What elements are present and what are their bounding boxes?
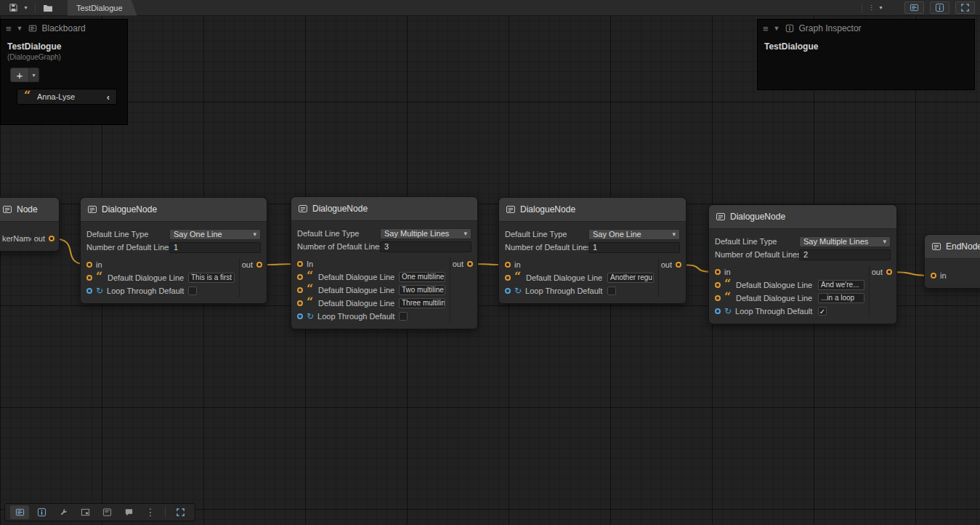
node-title-bar[interactable]: DialogueNode <box>81 198 267 222</box>
output-port-icon[interactable] <box>256 262 262 268</box>
port-loop-through-default-lines[interactable]: ↻Loop Through Default Lines? <box>499 284 658 297</box>
output-port-icon[interactable] <box>886 269 892 275</box>
port-out[interactable]: out <box>450 257 477 270</box>
node-title-bar[interactable]: EndNode <box>925 235 980 259</box>
port-checkbox[interactable]: ✓ <box>818 307 827 316</box>
port-circle-icon[interactable] <box>715 295 721 301</box>
input-port-icon[interactable] <box>86 262 92 268</box>
tools-button[interactable] <box>54 505 73 519</box>
port-kername[interactable]: kerName <box>0 232 31 245</box>
overflow-menu-button[interactable]: ⋮ <box>867 1 876 15</box>
add-variable-button[interactable]: + <box>10 68 29 82</box>
port-text-field[interactable]: One multiline <box>399 272 445 282</box>
port-default-dialogue-line-2[interactable]: “Default Dialogue Line 2...in a loop <box>709 292 869 305</box>
input-port-icon[interactable] <box>505 262 511 268</box>
toggle-inspector-button[interactable] <box>32 505 51 519</box>
port-circle-icon[interactable] <box>297 300 303 306</box>
input-port-icon[interactable] <box>931 273 936 278</box>
field-dropdown[interactable]: Say Multiple Lines▾ <box>799 236 891 247</box>
port-circle-icon[interactable] <box>505 288 511 294</box>
port-text-field[interactable]: This is a first <box>188 273 235 283</box>
node-node[interactable]: NodekerNameout <box>0 197 60 252</box>
input-port-icon[interactable] <box>715 269 721 275</box>
field-input[interactable]: 1 <box>588 242 680 253</box>
hamburger-icon[interactable]: ≡ <box>763 23 769 34</box>
port-circle-icon[interactable] <box>86 288 92 294</box>
tab-testdialogue[interactable]: TestDialogue <box>68 0 137 16</box>
port-in[interactable]: in <box>81 258 239 271</box>
graph-inspector-header[interactable]: ≡ ▼ Graph Inspector <box>758 20 974 37</box>
node-title-bar[interactable]: DialogueNode <box>499 198 686 222</box>
minimap-button[interactable] <box>76 505 94 519</box>
port-in[interactable]: In <box>291 257 450 270</box>
node-title-bar[interactable]: Node <box>0 198 59 222</box>
collapse-caret-icon[interactable]: ▼ <box>17 25 23 32</box>
input-port-icon[interactable] <box>297 261 303 267</box>
field-dropdown[interactable]: Say One Line▾ <box>169 229 261 240</box>
output-port-icon[interactable] <box>49 236 54 241</box>
port-checkbox[interactable] <box>188 286 197 295</box>
field-input[interactable]: 3 <box>380 241 471 252</box>
field-input[interactable]: 1 <box>169 242 261 253</box>
port-out[interactable]: out <box>240 258 267 271</box>
field-dropdown[interactable]: Say One Line▾ <box>588 229 680 240</box>
overflow-menu-caret[interactable]: ▾ <box>876 1 886 15</box>
port-out[interactable]: out <box>659 258 686 271</box>
node-dialoguenode[interactable]: DialogueNodeDefault Line TypeSay One Lin… <box>498 197 687 304</box>
field-input[interactable]: 2 <box>799 249 891 260</box>
save-dropdown-button[interactable]: ▾ <box>21 1 31 15</box>
port-text-field[interactable]: Two multiline <box>399 285 445 295</box>
node-endnode[interactable]: EndNodein <box>924 234 980 289</box>
port-default-dialogue-line[interactable]: “Default Dialogue LineAnother regu <box>499 271 658 284</box>
port-default-dialogue-line-2[interactable]: “Default Dialogue Line 2Two multiline <box>291 284 450 297</box>
port-out[interactable]: out <box>870 265 896 278</box>
toggle-blackboard-button[interactable] <box>10 505 29 519</box>
port-circle-icon[interactable] <box>715 308 721 314</box>
focus-graph-button[interactable] <box>171 505 190 519</box>
node-title-bar[interactable]: DialogueNode <box>709 205 896 229</box>
port-loop-through-default-lines[interactable]: ↻Loop Through Default Lines?✓ <box>709 305 869 318</box>
port-text-field[interactable]: And we're... <box>818 280 864 290</box>
port-circle-icon[interactable] <box>505 275 511 281</box>
hamburger-icon[interactable]: ≡ <box>6 23 12 34</box>
save-button[interactable] <box>5 1 21 15</box>
port-out[interactable]: out <box>32 232 59 245</box>
port-circle-icon[interactable] <box>715 282 721 288</box>
port-circle-icon[interactable] <box>297 287 303 293</box>
port-default-dialogue-line-3[interactable]: “Default Dialogue Line 3Three multilin <box>291 297 450 310</box>
port-in[interactable]: in <box>709 265 869 278</box>
toggle-blackboard-button[interactable] <box>904 1 924 14</box>
port-checkbox[interactable] <box>607 286 616 295</box>
node-dialoguenode[interactable]: DialogueNodeDefault Line TypeSay One Lin… <box>80 197 267 304</box>
port-text-field[interactable]: ...in a loop <box>818 293 864 303</box>
port-checkbox[interactable] <box>399 312 408 321</box>
port-default-dialogue-line-1[interactable]: “Default Dialogue Line 1One multiline <box>291 270 450 284</box>
port-in[interactable]: in <box>499 258 658 271</box>
port-circle-icon[interactable] <box>297 274 303 280</box>
port-default-dialogue-line[interactable]: “Default Dialogue LineThis is a first <box>81 271 239 284</box>
output-port-icon[interactable] <box>676 262 681 268</box>
output-port-icon[interactable] <box>467 261 473 267</box>
port-loop-through-default-lines[interactable]: ↻Loop Through Default Lines? <box>81 284 239 297</box>
node-title-bar[interactable]: DialogueNode <box>291 197 477 221</box>
chevron-left-icon[interactable]: ‹ <box>107 92 110 103</box>
port-circle-icon[interactable] <box>297 313 303 319</box>
node-dialoguenode[interactable]: DialogueNodeDefault Line TypeSay Multipl… <box>291 196 478 329</box>
open-asset-button[interactable] <box>40 1 56 15</box>
more-options-button[interactable]: ⋮ <box>141 505 160 519</box>
port-loop-through-default-lines[interactable]: ↻Loop Through Default Lines? <box>291 310 450 323</box>
port-in[interactable]: in <box>925 269 980 282</box>
collapse-caret-icon[interactable]: ▼ <box>774 25 780 32</box>
board-button[interactable] <box>97 505 116 519</box>
blackboard-variable-anna-lyse[interactable]: “ Anna-Lyse ‹ <box>17 89 117 105</box>
frame-all-button[interactable] <box>955 1 975 14</box>
toggle-inspector-button[interactable] <box>930 1 949 14</box>
port-text-field[interactable]: Three multilin <box>399 298 445 308</box>
blackboard-header[interactable]: ≡ ▼ Blackboard <box>1 20 127 37</box>
add-variable-dropdown[interactable]: ▾ <box>29 68 39 82</box>
port-default-dialogue-line-1[interactable]: “Default Dialogue Line 1And we're... <box>709 278 869 292</box>
node-dialoguenode[interactable]: DialogueNodeDefault Line TypeSay Multipl… <box>708 204 897 324</box>
port-text-field[interactable]: Another regu <box>607 273 654 283</box>
port-circle-icon[interactable] <box>86 275 92 281</box>
dialogue-preview-button[interactable] <box>119 505 138 519</box>
